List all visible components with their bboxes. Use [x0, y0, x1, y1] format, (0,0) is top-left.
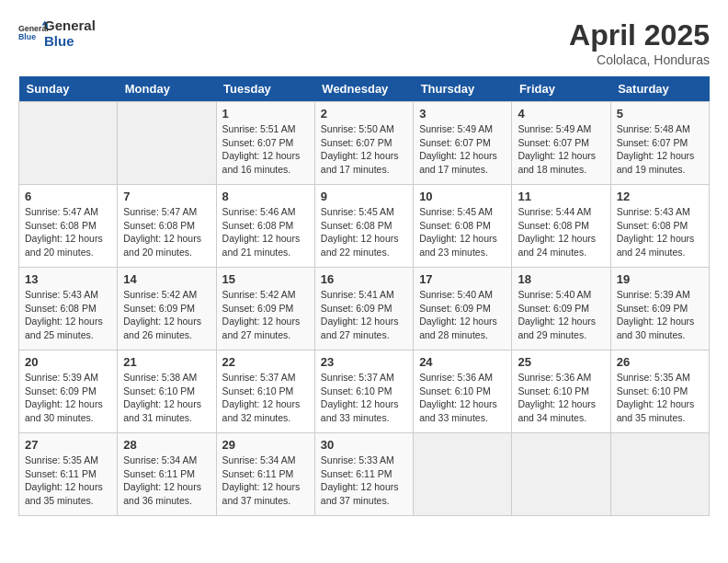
day-number: 22: [222, 355, 309, 369]
calendar-cell: 16Sunrise: 5:41 AM Sunset: 6:09 PM Dayli…: [314, 268, 413, 350]
calendar-cell: 21Sunrise: 5:38 AM Sunset: 6:10 PM Dayli…: [118, 350, 216, 433]
calendar-cell: 8Sunrise: 5:46 AM Sunset: 6:08 PM Daylig…: [216, 185, 314, 268]
calendar-cell: 27Sunrise: 5:35 AM Sunset: 6:11 PM Dayli…: [19, 433, 118, 516]
calendar-cell: 26Sunrise: 5:35 AM Sunset: 6:10 PM Dayli…: [610, 350, 709, 433]
day-number: 24: [419, 355, 506, 369]
calendar-week-row: 1Sunrise: 5:51 AM Sunset: 6:07 PM Daylig…: [19, 102, 710, 185]
calendar-cell: [414, 433, 512, 516]
calendar-cell: 30Sunrise: 5:33 AM Sunset: 6:11 PM Dayli…: [314, 433, 413, 516]
column-header-monday: Monday: [118, 76, 216, 102]
day-number: 26: [617, 355, 703, 369]
day-number: 21: [123, 355, 210, 369]
day-info: Sunrise: 5:36 AM Sunset: 6:10 PM Dayligh…: [419, 371, 506, 425]
page-header: General Blue General Blue April 2025 Col…: [18, 18, 710, 67]
day-number: 13: [25, 272, 111, 286]
calendar-week-row: 13Sunrise: 5:43 AM Sunset: 6:08 PM Dayli…: [19, 268, 710, 350]
calendar-table: SundayMondayTuesdayWednesdayThursdayFrid…: [18, 76, 710, 516]
column-header-thursday: Thursday: [414, 76, 512, 102]
day-number: 5: [617, 107, 703, 121]
column-header-friday: Friday: [512, 76, 610, 102]
day-number: 11: [518, 190, 604, 203]
calendar-cell: 4Sunrise: 5:49 AM Sunset: 6:07 PM Daylig…: [512, 102, 610, 185]
column-header-tuesday: Tuesday: [216, 76, 314, 102]
calendar-week-row: 27Sunrise: 5:35 AM Sunset: 6:11 PM Dayli…: [19, 433, 710, 516]
column-header-sunday: Sunday: [19, 76, 118, 102]
calendar-cell: 17Sunrise: 5:40 AM Sunset: 6:09 PM Dayli…: [414, 268, 512, 350]
day-number: 23: [321, 355, 407, 369]
calendar-cell: 13Sunrise: 5:43 AM Sunset: 6:08 PM Dayli…: [19, 268, 118, 350]
day-info: Sunrise: 5:45 AM Sunset: 6:08 PM Dayligh…: [419, 205, 506, 259]
calendar-cell: 6Sunrise: 5:47 AM Sunset: 6:08 PM Daylig…: [19, 185, 118, 268]
calendar-cell: 3Sunrise: 5:49 AM Sunset: 6:07 PM Daylig…: [414, 102, 512, 185]
day-info: Sunrise: 5:47 AM Sunset: 6:08 PM Dayligh…: [123, 205, 210, 259]
day-number: 28: [123, 438, 210, 452]
day-info: Sunrise: 5:35 AM Sunset: 6:11 PM Dayligh…: [25, 454, 111, 508]
day-info: Sunrise: 5:45 AM Sunset: 6:08 PM Dayligh…: [321, 205, 407, 259]
day-number: 14: [123, 272, 210, 286]
calendar-cell: 29Sunrise: 5:34 AM Sunset: 6:11 PM Dayli…: [216, 433, 314, 516]
day-number: 9: [321, 190, 407, 203]
day-info: Sunrise: 5:42 AM Sunset: 6:09 PM Dayligh…: [222, 288, 309, 342]
day-info: Sunrise: 5:48 AM Sunset: 6:07 PM Dayligh…: [617, 122, 703, 177]
calendar-cell: 2Sunrise: 5:50 AM Sunset: 6:07 PM Daylig…: [314, 102, 413, 185]
day-number: 16: [321, 272, 407, 286]
day-info: Sunrise: 5:49 AM Sunset: 6:07 PM Dayligh…: [518, 122, 604, 177]
calendar-cell: [118, 102, 216, 185]
calendar-cell: 11Sunrise: 5:44 AM Sunset: 6:08 PM Dayli…: [512, 185, 610, 268]
calendar-cell: [610, 433, 709, 516]
svg-text:Blue: Blue: [18, 32, 36, 41]
calendar-cell: 22Sunrise: 5:37 AM Sunset: 6:10 PM Dayli…: [216, 350, 314, 433]
day-number: 8: [222, 190, 309, 203]
calendar-week-row: 6Sunrise: 5:47 AM Sunset: 6:08 PM Daylig…: [19, 185, 710, 268]
calendar-cell: 18Sunrise: 5:40 AM Sunset: 6:09 PM Dayli…: [512, 268, 610, 350]
column-header-saturday: Saturday: [610, 76, 709, 102]
day-info: Sunrise: 5:47 AM Sunset: 6:08 PM Dayligh…: [25, 205, 111, 259]
day-number: 4: [518, 107, 604, 121]
day-info: Sunrise: 5:39 AM Sunset: 6:09 PM Dayligh…: [617, 288, 703, 342]
calendar-cell: [512, 433, 610, 516]
calendar-cell: [19, 102, 118, 185]
logo-general: General: [44, 18, 96, 34]
calendar-cell: 10Sunrise: 5:45 AM Sunset: 6:08 PM Dayli…: [414, 185, 512, 268]
location: Cololaca, Honduras: [569, 52, 710, 67]
day-info: Sunrise: 5:46 AM Sunset: 6:08 PM Dayligh…: [222, 205, 309, 259]
day-info: Sunrise: 5:38 AM Sunset: 6:10 PM Dayligh…: [123, 371, 210, 425]
day-number: 19: [617, 272, 703, 286]
calendar-week-row: 20Sunrise: 5:39 AM Sunset: 6:09 PM Dayli…: [19, 350, 710, 433]
day-number: 3: [419, 107, 506, 121]
day-number: 10: [419, 190, 506, 203]
day-info: Sunrise: 5:40 AM Sunset: 6:09 PM Dayligh…: [518, 288, 604, 342]
day-info: Sunrise: 5:36 AM Sunset: 6:10 PM Dayligh…: [518, 371, 604, 425]
day-info: Sunrise: 5:39 AM Sunset: 6:09 PM Dayligh…: [25, 371, 111, 425]
day-number: 30: [321, 438, 407, 452]
calendar-cell: 9Sunrise: 5:45 AM Sunset: 6:08 PM Daylig…: [314, 185, 413, 268]
logo-blue: Blue: [44, 34, 96, 50]
day-info: Sunrise: 5:37 AM Sunset: 6:10 PM Dayligh…: [222, 371, 309, 425]
column-header-wednesday: Wednesday: [314, 76, 413, 102]
calendar-cell: 19Sunrise: 5:39 AM Sunset: 6:09 PM Dayli…: [610, 268, 709, 350]
day-info: Sunrise: 5:34 AM Sunset: 6:11 PM Dayligh…: [123, 454, 210, 508]
day-number: 18: [518, 272, 604, 286]
month-year: April 2025: [569, 18, 710, 52]
day-number: 7: [123, 190, 210, 203]
day-info: Sunrise: 5:34 AM Sunset: 6:11 PM Dayligh…: [222, 454, 309, 508]
day-number: 1: [222, 107, 309, 121]
calendar-cell: 14Sunrise: 5:42 AM Sunset: 6:09 PM Dayli…: [118, 268, 216, 350]
day-info: Sunrise: 5:37 AM Sunset: 6:10 PM Dayligh…: [321, 371, 407, 425]
calendar-cell: 7Sunrise: 5:47 AM Sunset: 6:08 PM Daylig…: [118, 185, 216, 268]
calendar-cell: 15Sunrise: 5:42 AM Sunset: 6:09 PM Dayli…: [216, 268, 314, 350]
day-number: 17: [419, 272, 506, 286]
day-info: Sunrise: 5:40 AM Sunset: 6:09 PM Dayligh…: [419, 288, 506, 342]
day-info: Sunrise: 5:33 AM Sunset: 6:11 PM Dayligh…: [321, 454, 407, 508]
day-info: Sunrise: 5:41 AM Sunset: 6:09 PM Dayligh…: [321, 288, 407, 342]
title-block: April 2025 Cololaca, Honduras: [569, 18, 710, 67]
calendar-cell: 12Sunrise: 5:43 AM Sunset: 6:08 PM Dayli…: [610, 185, 709, 268]
calendar-cell: 25Sunrise: 5:36 AM Sunset: 6:10 PM Dayli…: [512, 350, 610, 433]
day-number: 2: [321, 107, 407, 121]
day-number: 27: [25, 438, 111, 452]
day-info: Sunrise: 5:43 AM Sunset: 6:08 PM Dayligh…: [617, 205, 703, 259]
calendar-cell: 20Sunrise: 5:39 AM Sunset: 6:09 PM Dayli…: [19, 350, 118, 433]
day-number: 20: [25, 355, 111, 369]
day-info: Sunrise: 5:35 AM Sunset: 6:10 PM Dayligh…: [617, 371, 703, 425]
calendar-cell: 28Sunrise: 5:34 AM Sunset: 6:11 PM Dayli…: [118, 433, 216, 516]
